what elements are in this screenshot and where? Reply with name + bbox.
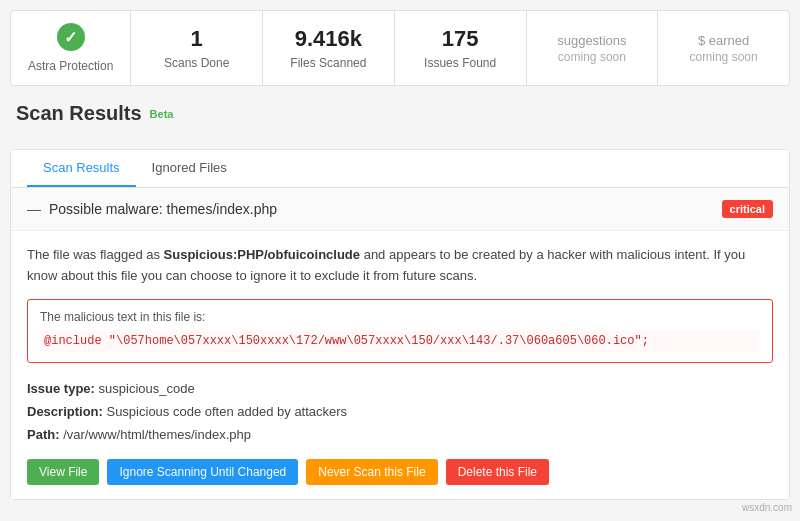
view-file-button[interactable]: View File [27, 459, 99, 485]
page-title-text: Scan Results [16, 102, 142, 125]
issue-type-row: Issue type: suspicious_code [27, 377, 773, 400]
earned-sublabel: coming soon [690, 50, 758, 64]
malicious-text-box: The malicious text in this file is: @inc… [27, 299, 773, 363]
suggestions-sublabel: coming soon [558, 50, 626, 64]
never-scan-button[interactable]: Never Scan this File [306, 459, 437, 485]
issues-stat: 175 Issues Found [395, 11, 527, 85]
collapse-icon[interactable]: — [27, 201, 41, 217]
suggestions-stat: suggestions coming soon [527, 11, 659, 85]
desc-before: The file was flagged as [27, 247, 164, 262]
stats-bar: Astra Protection 1 Scans Done 9.416k Fil… [10, 10, 790, 86]
path-label: Path: [27, 427, 60, 442]
critical-badge: critical [722, 200, 773, 218]
issues-value: 175 [442, 26, 479, 52]
malware-header: — Possible malware: themes/index.php cri… [11, 188, 789, 231]
suggestions-label: suggestions [557, 33, 626, 48]
action-buttons: View File Ignore Scanning Until Changed … [27, 459, 773, 485]
checkmark-icon [57, 23, 85, 51]
earned-label: $ earned [698, 33, 749, 48]
scans-stat: 1 Scans Done [131, 11, 263, 85]
description-label: Description: [27, 404, 103, 419]
beta-badge: Beta [150, 108, 174, 120]
malicious-text-label: The malicious text in this file is: [40, 310, 760, 324]
page-title-area: Scan Results Beta [0, 86, 800, 133]
protection-stat: Astra Protection [11, 11, 131, 85]
results-section: — Possible malware: themes/index.php cri… [11, 188, 789, 499]
suspicious-name: Suspicious:PHP/obfuicoinclude [164, 247, 360, 262]
main-content: Scan Results Ignored Files — Possible ma… [10, 149, 790, 500]
scans-label: Scans Done [164, 56, 229, 70]
malware-title: Possible malware: themes/index.php [49, 201, 277, 217]
description-value: Suspicious code often added by attackers [106, 404, 347, 419]
issue-type-value: suspicious_code [99, 381, 195, 396]
files-label: Files Scanned [290, 56, 366, 70]
malware-body: The file was flagged as Suspicious:PHP/o… [11, 231, 789, 499]
tab-scan-results[interactable]: Scan Results [27, 150, 136, 187]
delete-file-button[interactable]: Delete this File [446, 459, 549, 485]
path-value: /var/www/html/themes/index.php [63, 427, 251, 442]
protection-label: Astra Protection [28, 59, 113, 73]
malware-title-left: — Possible malware: themes/index.php [27, 201, 277, 217]
tabs-bar: Scan Results Ignored Files [11, 150, 789, 188]
files-value: 9.416k [295, 26, 362, 52]
scans-value: 1 [191, 26, 203, 52]
files-stat: 9.416k Files Scanned [263, 11, 395, 85]
ignore-scanning-button[interactable]: Ignore Scanning Until Changed [107, 459, 298, 485]
issue-type-label: Issue type: [27, 381, 95, 396]
watermark: wsxdn.com [742, 502, 792, 513]
earned-stat: $ earned coming soon [658, 11, 789, 85]
malware-item: — Possible malware: themes/index.php cri… [11, 188, 789, 499]
path-row: Path: /var/www/html/themes/index.php [27, 423, 773, 446]
page-title: Scan Results Beta [16, 102, 784, 125]
tab-ignored-files[interactable]: Ignored Files [136, 150, 243, 187]
issues-label: Issues Found [424, 56, 496, 70]
malicious-code: @include "\057home\057xxxx\150xxxx\172/w… [40, 330, 760, 352]
issue-details: Issue type: suspicious_code Description:… [27, 377, 773, 447]
description-row: Description: Suspicious code often added… [27, 400, 773, 423]
malware-description: The file was flagged as Suspicious:PHP/o… [27, 245, 773, 287]
